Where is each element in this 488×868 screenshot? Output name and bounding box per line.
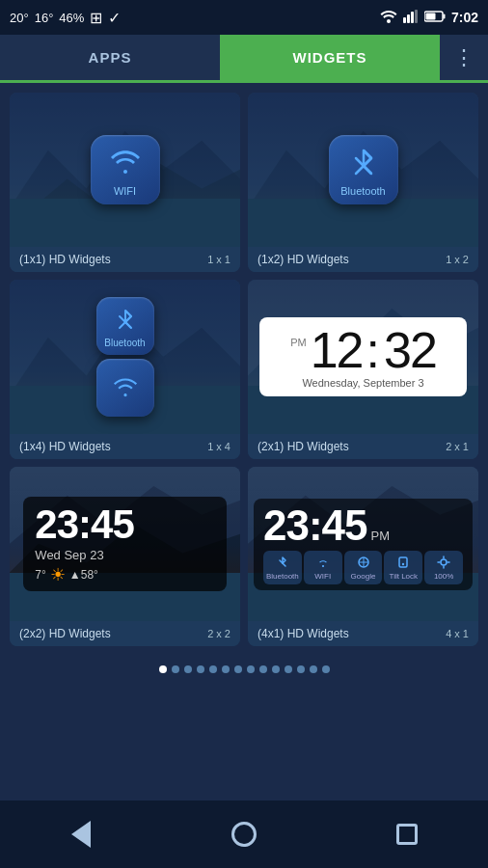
wide-clock-widget: 23:45 PM Bluetooth [254, 499, 473, 590]
dot-4[interactable] [197, 665, 204, 673]
widget-bluetooth-1x4[interactable]: Bluetooth (1x4) HD Widgets 1 x 4 [10, 280, 240, 459]
widget-size-bluetooth: 1 x 2 [446, 254, 469, 265]
widget-info-dark-clock: (2x2) HD Widgets 2 x 2 [10, 621, 240, 646]
dot-5[interactable] [209, 665, 217, 673]
shortcut-google: Google [344, 551, 383, 584]
pagination-dots [0, 656, 488, 683]
dot-12[interactable] [297, 665, 305, 673]
widget-preview-wide: 23:45 PM Bluetooth [248, 467, 478, 621]
widget-size-wide: 4 x 1 [446, 628, 469, 639]
widget-size-clock: 2 x 1 [446, 441, 469, 452]
widget-name-dark-clock: (2x2) HD Widgets [19, 627, 111, 640]
widget-name-bluetooth: (1x2) HD Widgets [258, 253, 349, 266]
temp-display: 7° [35, 568, 45, 582]
shortcut-tiltlock: Tilt Lock [384, 551, 422, 584]
widget-name-wide: (4x1) HD Widgets [258, 627, 349, 640]
apps-tab[interactable]: APPS [0, 35, 220, 80]
widgets-tab[interactable]: WIDGETS [220, 35, 440, 80]
wifi-small-icon [96, 359, 154, 417]
svg-rect-1 [403, 17, 406, 23]
home-button[interactable] [220, 810, 268, 858]
bluetooth-stack-label: Bluetooth [104, 338, 145, 348]
app-icon-2: ✓ [108, 9, 121, 27]
bluetooth-icon-widget: Bluetooth [329, 135, 398, 204]
widget-info-clock: (2x1) HD Widgets 2 x 1 [248, 434, 478, 459]
dot-14[interactable] [322, 665, 330, 673]
tab-menu-button[interactable]: ⋮ [440, 35, 488, 80]
battery-percent: 46% [59, 11, 84, 25]
shortcut-google-label: Google [351, 572, 376, 581]
dot-10[interactable] [272, 665, 280, 673]
dot-11[interactable] [285, 665, 292, 673]
dark-clock-time: 23:45 [35, 502, 133, 547]
shortcut-tiltlock-label: Tilt Lock [390, 572, 419, 581]
wifi-icon-widget: WIFI [91, 135, 160, 204]
svg-point-0 [387, 19, 391, 23]
svg-rect-2 [407, 14, 410, 23]
dot-1[interactable] [159, 665, 167, 673]
dark-clock-widget: 23:45 Wed Sep 23 7° ☀ ▲58° [23, 497, 226, 590]
wide-clock-time: 23:45 [263, 504, 367, 547]
status-right: 7:02 [380, 10, 478, 26]
widget-clock-2x1[interactable]: PM 12 : 32 Wednesday, September 3 (2x1) … [248, 280, 478, 459]
status-left: 20° 16° 46% ⊞ ✓ [10, 9, 121, 27]
bluetooth-small-icon: Bluetooth [96, 297, 154, 355]
navigation-bar [0, 800, 488, 868]
shortcut-buttons: Bluetooth WIFI [263, 551, 463, 584]
more-options-icon: ⋮ [453, 45, 474, 70]
svg-rect-7 [443, 14, 445, 18]
time-display: 7:02 [451, 10, 478, 25]
widget-preview-clock: PM 12 : 32 Wednesday, September 3 [248, 280, 478, 434]
dot-7[interactable] [234, 665, 242, 673]
battery-icon [424, 10, 446, 26]
svg-rect-3 [411, 12, 414, 23]
dot-13[interactable] [310, 665, 317, 673]
clock-ampm: PM [290, 337, 307, 348]
svg-rect-6 [425, 13, 435, 19]
widget-info-stack: (1x4) HD Widgets 1 x 4 [10, 434, 240, 459]
svg-point-27 [441, 559, 447, 565]
signal-bars-icon [403, 10, 419, 26]
widget-shortcuts-4x1[interactable]: 23:45 PM Bluetooth [248, 467, 478, 646]
dot-2[interactable] [172, 665, 179, 673]
widget-digital-2x2[interactable]: 23:45 Wed Sep 23 7° ☀ ▲58° (2x2) HD Widg… [10, 467, 240, 646]
widget-size-dark-clock: 2 x 2 [207, 628, 230, 639]
dot-8[interactable] [247, 665, 255, 673]
dot-3[interactable] [184, 665, 192, 673]
sun-icon: ☀ [50, 564, 66, 585]
status-bar: 20° 16° 46% ⊞ ✓ [0, 0, 488, 35]
bluetooth-icon-label: Bluetooth [340, 185, 385, 197]
temp-high: 20° [10, 11, 29, 25]
widget-wifi-1x1[interactable]: WIFI (1x1) HD Widgets 1 x 1 [10, 93, 240, 272]
widget-name-stack: (1x4) HD Widgets [19, 440, 111, 453]
clock-colon: : [366, 325, 380, 375]
shortcut-wifi-label: WIFI [314, 572, 331, 581]
wide-clock-ampm: PM [371, 529, 391, 543]
clock-date: Wednesday, September 3 [302, 377, 423, 389]
recent-button[interactable] [383, 810, 431, 858]
clock-white-widget: PM 12 : 32 Wednesday, September 3 [259, 317, 467, 396]
tab-bar: APPS WIDGETS ⋮ [0, 35, 488, 83]
widget-bluetooth-1x2[interactable]: Bluetooth (1x2) HD Widgets 1 x 2 [248, 93, 478, 272]
widget-preview-dark-clock: 23:45 Wed Sep 23 7° ☀ ▲58° [10, 467, 240, 621]
widget-info-wifi: (1x1) HD Widgets 1 x 1 [10, 247, 240, 272]
widget-name-clock: (2x1) HD Widgets [258, 440, 349, 453]
widget-size-stack: 1 x 4 [207, 441, 230, 452]
clock-minute: 32 [384, 325, 436, 375]
shortcut-brightness-label: 100% [434, 572, 453, 581]
back-button[interactable] [57, 810, 105, 858]
shortcut-brightness: 100% [424, 551, 463, 584]
home-icon [231, 822, 257, 847]
dot-6[interactable] [222, 665, 230, 673]
dot-9[interactable] [259, 665, 267, 673]
dark-clock-date: Wed Sep 23 [35, 548, 103, 562]
widget-name-wifi: (1x1) HD Widgets [19, 253, 111, 266]
recent-icon [396, 824, 418, 845]
app-icon-1: ⊞ [90, 9, 102, 27]
svg-rect-25 [399, 557, 407, 567]
wifi-icon-label: WIFI [114, 185, 136, 197]
wide-clock-top: 23:45 PM [263, 504, 463, 547]
wifi-signal-icon [380, 10, 397, 26]
shortcut-wifi: WIFI [304, 551, 342, 584]
svg-point-26 [402, 562, 404, 564]
